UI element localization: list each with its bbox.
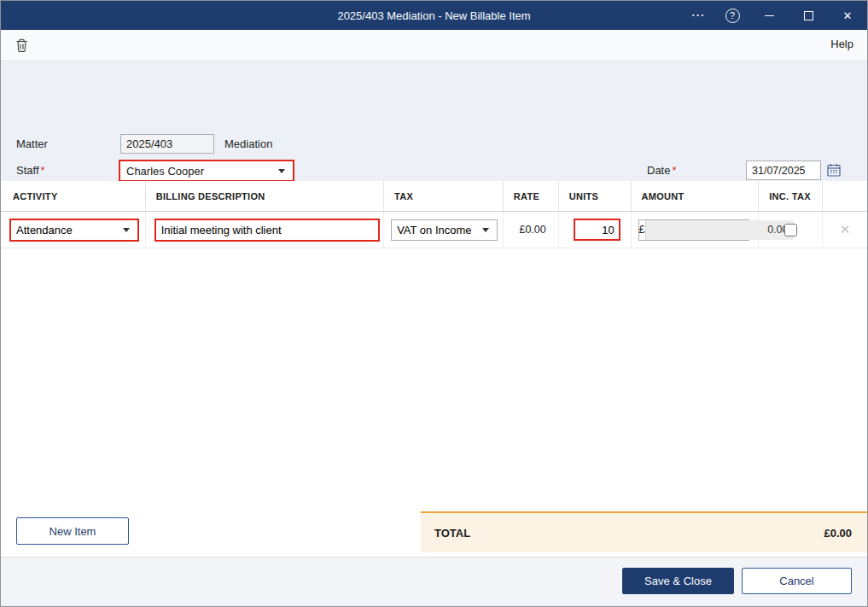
total-value: £0.00 (824, 527, 852, 540)
close-icon: ✕ (843, 9, 853, 22)
trash-icon (15, 38, 29, 53)
cell-inc-tax (759, 212, 823, 248)
matter-label: Matter (16, 134, 48, 155)
chevron-down-icon (278, 169, 285, 173)
cell-rate: £0.00 (504, 212, 559, 248)
staff-value: Charles Cooper (126, 165, 204, 178)
help-icon: ? (725, 9, 740, 23)
help-link[interactable]: Help (830, 38, 853, 50)
total-label: TOTAL (434, 527, 470, 540)
required-marker: * (672, 164, 676, 177)
column-header-activity: ACTIVITY (1, 181, 146, 211)
activity-value: Attendance (16, 224, 73, 236)
delete-item-button[interactable] (13, 38, 30, 55)
tax-value: VAT on Income (397, 224, 471, 236)
maximize-icon (804, 11, 813, 20)
matter-description: Mediation (224, 134, 272, 155)
date-input[interactable] (746, 161, 821, 180)
form-area: Matter Mediation Staff* Charles Cooper D… (1, 61, 867, 181)
staff-dropdown[interactable]: Charles Cooper (119, 160, 294, 182)
column-header-billing-description: BILLING DESCRIPTION (146, 181, 384, 211)
grid-header: ACTIVITY BILLING DESCRIPTION TAX RATE UN… (1, 181, 867, 212)
activity-dropdown[interactable]: Attendance (9, 219, 139, 242)
cancel-button[interactable]: Cancel (742, 568, 852, 594)
minimize-button[interactable] (749, 1, 789, 30)
chevron-down-icon (123, 228, 130, 232)
column-header-actions (823, 181, 867, 211)
column-header-inc-tax: INC. TAX (759, 181, 823, 211)
more-options-button[interactable]: ⋯ (681, 1, 715, 30)
dialog-window: 2025/403 Mediation - New Billable Item ⋯… (0, 0, 868, 607)
column-header-rate: RATE (504, 181, 559, 211)
delete-row-icon: ✕ (840, 222, 851, 236)
column-header-amount: AMOUNT (632, 181, 760, 211)
maximize-button[interactable] (789, 1, 828, 30)
chevron-down-icon (482, 228, 489, 232)
titlebar-controls: ⋯ ? ✕ (681, 1, 867, 30)
cell-billing-description (146, 212, 384, 248)
date-label: Date* (647, 161, 677, 181)
cell-units (559, 212, 632, 248)
titlebar-help-button[interactable]: ? (715, 1, 749, 30)
save-and-close-button[interactable]: Save & Close (622, 568, 734, 594)
toolbar: Help (1, 30, 867, 61)
billing-description-input[interactable] (154, 219, 380, 242)
cell-amount: £ (632, 212, 760, 248)
ellipsis-icon: ⋯ (691, 11, 706, 20)
rate-value: £0.00 (504, 224, 558, 236)
amount-field: £ (638, 219, 749, 241)
close-button[interactable]: ✕ (828, 1, 867, 30)
cell-actions: ✕ (823, 212, 867, 248)
calendar-icon (826, 162, 842, 178)
cell-activity: Attendance (1, 212, 146, 248)
currency-symbol: £ (639, 220, 645, 240)
staff-label: Staff* (16, 161, 45, 181)
matter-input[interactable] (120, 134, 214, 154)
tax-dropdown[interactable]: VAT on Income (391, 219, 498, 241)
delete-row-button[interactable]: ✕ (840, 222, 851, 237)
footer: Save & Close Cancel (1, 557, 867, 606)
table-row: Attendance VAT on Income £0.00 £ (1, 212, 867, 248)
required-marker: * (41, 164, 45, 177)
inc-tax-checkbox[interactable] (784, 224, 797, 236)
total-bar: TOTAL £0.00 (421, 511, 867, 552)
units-input[interactable] (574, 219, 620, 241)
column-header-tax: TAX (384, 181, 504, 211)
new-item-button[interactable]: New Item (16, 517, 129, 545)
date-picker-button[interactable] (825, 162, 842, 179)
cell-tax: VAT on Income (384, 212, 504, 248)
titlebar: 2025/403 Mediation - New Billable Item ⋯… (1, 1, 867, 30)
column-header-units: UNITS (559, 181, 632, 211)
minimize-icon (765, 15, 774, 16)
